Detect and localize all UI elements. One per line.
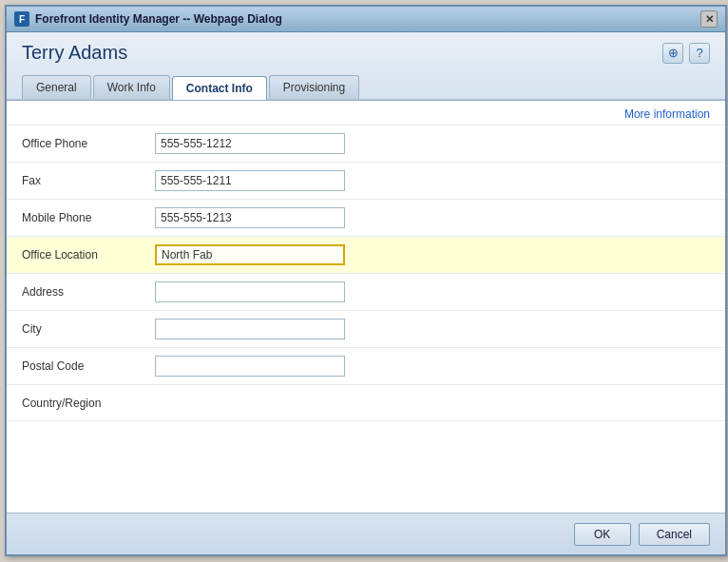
- fax-row: Fax: [7, 163, 725, 200]
- title-bar-left: F Forefront Identity Manager -- Webpage …: [14, 11, 282, 27]
- country-region-row: Country/Region: [7, 385, 725, 421]
- close-button[interactable]: ✕: [700, 10, 718, 28]
- help-icon-button[interactable]: ?: [689, 43, 710, 64]
- city-row: City: [7, 311, 725, 348]
- office-phone-label: Office Phone: [22, 137, 155, 150]
- more-info-link[interactable]: More information: [624, 107, 710, 121]
- mobile-phone-label: Mobile Phone: [22, 211, 155, 224]
- address-label: Address: [22, 285, 155, 299]
- tab-work-info[interactable]: Work Info: [93, 75, 170, 99]
- office-location-input[interactable]: [155, 244, 345, 265]
- header-area: Terry Adams ⊕ ? General Work Info Contac…: [7, 32, 725, 100]
- tab-general[interactable]: General: [22, 75, 91, 99]
- city-label: City: [22, 322, 155, 336]
- tab-provisioning[interactable]: Provisioning: [269, 75, 359, 99]
- title-bar: F Forefront Identity Manager -- Webpage …: [7, 7, 725, 32]
- postal-code-label: Postal Code: [22, 359, 155, 373]
- office-location-row: Office Location: [7, 237, 725, 274]
- add-icon-button[interactable]: ⊕: [662, 43, 683, 64]
- postal-code-row: Postal Code: [7, 348, 725, 385]
- app-icon: F: [14, 11, 29, 27]
- fax-input[interactable]: [155, 170, 345, 191]
- office-phone-input[interactable]: [155, 133, 345, 154]
- tab-bar: General Work Info Contact Info Provision…: [22, 71, 710, 99]
- postal-code-input[interactable]: [155, 356, 345, 377]
- footer: OK Cancel: [7, 513, 725, 554]
- ok-button[interactable]: OK: [574, 523, 631, 546]
- office-phone-row: Office Phone: [7, 126, 725, 163]
- header-icons: ⊕ ?: [662, 43, 710, 64]
- country-region-label: Country/Region: [22, 397, 155, 410]
- address-input[interactable]: [155, 281, 345, 302]
- tab-contact-info[interactable]: Contact Info: [172, 76, 267, 100]
- cancel-button[interactable]: Cancel: [639, 523, 710, 546]
- user-name-row: Terry Adams ⊕ ?: [22, 42, 710, 64]
- city-input[interactable]: [155, 319, 345, 339]
- mobile-phone-input[interactable]: [155, 207, 345, 228]
- window-title: Forefront Identity Manager -- Webpage Di…: [35, 12, 282, 26]
- fax-label: Fax: [22, 174, 155, 187]
- content-area: More information Office Phone Fax Mobile…: [7, 100, 725, 513]
- address-row: Address: [7, 274, 725, 311]
- office-location-label: Office Location: [22, 248, 155, 262]
- more-info-row: More information: [7, 101, 725, 126]
- dialog-window: F Forefront Identity Manager -- Webpage …: [5, 5, 727, 556]
- user-name: Terry Adams: [22, 42, 127, 64]
- mobile-phone-row: Mobile Phone: [7, 200, 725, 237]
